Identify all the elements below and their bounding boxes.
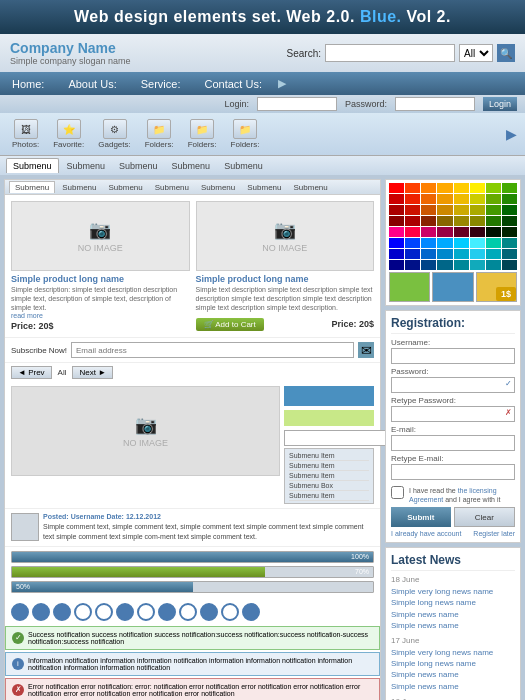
circle-0 xyxy=(11,603,29,621)
banner-text-before: Web design elements set. Web 2.0. xyxy=(74,8,355,25)
price-label-2: Price: xyxy=(331,319,356,329)
search-input[interactable] xyxy=(325,44,455,62)
password-label: Password: xyxy=(345,99,387,109)
color-cell xyxy=(437,205,452,215)
second-sub-5[interactable]: Submenu xyxy=(242,182,286,193)
news-link-0-1[interactable]: Simple long news name xyxy=(391,597,515,608)
retype-clear-icon[interactable]: ✗ xyxy=(505,408,512,417)
login-input[interactable] xyxy=(257,97,337,111)
product-desc-1: Simple description: simple text descript… xyxy=(11,285,190,312)
top-banner: Web design elements set. Web 2.0. Blue. … xyxy=(0,0,525,34)
reg-password-input[interactable] xyxy=(391,377,515,393)
already-account-link[interactable]: I already have account xyxy=(391,530,461,537)
product-desc-2: Simple text description simple text desc… xyxy=(196,285,375,312)
login-button[interactable]: Login xyxy=(483,97,517,111)
price-value-1: 20$ xyxy=(39,321,54,331)
news-link-0-3[interactable]: Simple news name xyxy=(391,620,515,631)
toolbar-folders3[interactable]: 📁 Folders: xyxy=(227,117,264,151)
second-sub-4[interactable]: Submenu xyxy=(196,182,240,193)
submenu-overlay-item-1[interactable]: Submenu Item xyxy=(289,461,369,471)
reg-username-input[interactable] xyxy=(391,348,515,364)
news-link-1-2[interactable]: Simple news name xyxy=(391,669,515,680)
color-cell xyxy=(470,227,485,237)
photo-strip-blue xyxy=(432,272,473,302)
register-later-link[interactable]: Register later xyxy=(473,530,515,537)
toolbar-arrow[interactable]: ▶ xyxy=(506,126,517,142)
color-cell xyxy=(405,194,420,204)
color-cell xyxy=(405,249,420,259)
color-cell xyxy=(470,238,485,248)
price-label-1: Price: xyxy=(11,321,36,331)
terms-checkbox[interactable] xyxy=(391,486,404,499)
subscribe-input[interactable] xyxy=(71,342,354,358)
sub-nav-item-3[interactable]: Submenu xyxy=(166,159,217,173)
error-icon: ✗ xyxy=(12,684,24,696)
reg-retype-email-input[interactable] xyxy=(391,464,515,480)
color-cell xyxy=(421,227,436,237)
submenu-overlay-item-4[interactable]: Submenu Item xyxy=(289,491,369,501)
large-camera-icon: 📷 xyxy=(135,414,157,436)
nav-service[interactable]: Service: xyxy=(129,72,193,95)
submenu-overlay-item-2[interactable]: Submenu Item xyxy=(289,471,369,481)
news-link-1-3[interactable]: Simple news name xyxy=(391,681,515,692)
all-pages-link[interactable]: All xyxy=(54,367,71,378)
color-cell xyxy=(486,194,501,204)
submenu-overlay-item-3[interactable]: Submenu Box xyxy=(289,481,369,491)
sub-nav-item-1[interactable]: Submenu xyxy=(61,159,112,173)
read-more-1[interactable]: read more xyxy=(11,312,190,319)
second-sub-6[interactable]: Submenu xyxy=(289,182,333,193)
color-cell xyxy=(421,194,436,204)
color-cell xyxy=(437,227,452,237)
color-cell xyxy=(486,205,501,215)
reg-email-input[interactable] xyxy=(391,435,515,451)
second-sub-2[interactable]: Submenu xyxy=(104,182,148,193)
toolbar-photos[interactable]: 🖼 Photos: xyxy=(8,117,43,151)
toolbar-gadgets[interactable]: ⚙ Gadgets: xyxy=(94,117,134,151)
circle-4 xyxy=(95,603,113,621)
gadgets-icon: ⚙ xyxy=(103,119,127,139)
large-image-section: 📷 NO IMAGE xyxy=(11,386,280,504)
password-toggle[interactable]: ✓ xyxy=(505,379,512,388)
password-input[interactable] xyxy=(395,97,475,111)
reg-password-label: Password: xyxy=(391,367,515,376)
nav-contact[interactable]: Contact Us: xyxy=(192,72,273,95)
add-to-cart-button[interactable]: 🛒 Add to Cart xyxy=(196,318,264,331)
prev-button[interactable]: ◄ Prev xyxy=(11,366,52,379)
toolbar-folders2[interactable]: 📁 Folders: xyxy=(184,117,221,151)
registration-clear-button[interactable]: Clear xyxy=(454,507,516,527)
nav-about[interactable]: About Us: xyxy=(56,72,128,95)
search-button[interactable]: 🔍 xyxy=(497,44,515,62)
news-link-1-1[interactable]: Simple long news name xyxy=(391,658,515,669)
color-cell xyxy=(486,183,501,193)
color-cell xyxy=(405,205,420,215)
reg-retype-password-input[interactable] xyxy=(391,406,515,422)
nav-home[interactable]: Home: xyxy=(0,72,56,95)
search-all-select[interactable]: All xyxy=(459,44,493,62)
login-row: Login: Password: Login xyxy=(0,95,525,113)
sub-nav-item-4[interactable]: Submenu xyxy=(218,159,269,173)
next-button[interactable]: Next ► xyxy=(72,366,113,379)
second-sub-3[interactable]: Submenu xyxy=(150,182,194,193)
submenu-overlay-item-0[interactable]: Submenu Item xyxy=(289,451,369,461)
slogan: Simple company slogan name xyxy=(10,56,131,66)
news-link-1-0[interactable]: Simple very long news name xyxy=(391,647,515,658)
toolbar-folders1[interactable]: 📁 Folders: xyxy=(141,117,178,151)
news-link-0-0[interactable]: Simple very long news name xyxy=(391,586,515,597)
toolbar-favorite[interactable]: ⭐ Favorite: xyxy=(49,117,88,151)
registration-submit-button[interactable]: Submit xyxy=(391,507,451,527)
subscribe-button[interactable]: ✉ xyxy=(358,342,374,358)
second-sub-0[interactable]: Submenu xyxy=(9,181,55,193)
reg-email-label: E-mail: xyxy=(391,425,515,434)
product-price-2: Price: 20$ xyxy=(331,319,374,329)
news-link-0-2[interactable]: Simple news name xyxy=(391,609,515,620)
color-cell xyxy=(470,194,485,204)
color-cell xyxy=(389,249,404,259)
sub-nav-item-2[interactable]: Submenu xyxy=(113,159,164,173)
color-cell xyxy=(421,249,436,259)
color-grid-inner xyxy=(389,183,517,270)
sub-nav-item-0[interactable]: Submenu xyxy=(6,158,59,173)
second-sub-nav: Submenu Submenu Submenu Submenu Submenu … xyxy=(5,180,380,195)
comment-content: Posted: Username Date: 12.12.2012 Simple… xyxy=(43,513,374,542)
second-sub-1[interactable]: Submenu xyxy=(57,182,101,193)
company-name: Company Name xyxy=(10,40,131,56)
